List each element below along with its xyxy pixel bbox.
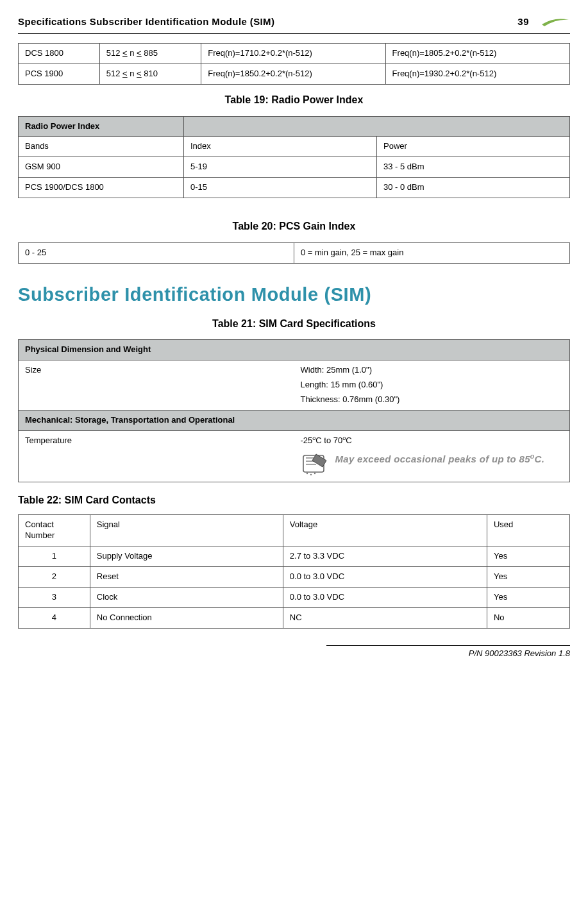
cell: 512 < n < 810 [99,63,201,84]
table-row: PCS 1900 512 < n < 810 Freq(n)=1850.2+0.… [19,63,570,84]
table22-caption: Table 22: SIM Card Contacts [18,494,570,507]
cell: Freq(n)=1710.2+0.2*(n-512) [201,44,385,64]
cell: Freq(n)=1850.2+0.2*(n-512) [201,63,385,84]
note-prefix: May exceed occasional peaks of up to 85 [335,453,530,464]
cell: DCS 1800 [19,44,100,64]
table-row: GSM 900 5-19 33 - 5 dBm [19,157,570,178]
cell: 0 = min gain, 25 = max gain [294,242,570,263]
empty-title-cell [184,116,570,137]
cell: 0-15 [184,178,377,198]
temp-mid: C to 70 [315,436,342,445]
page-number: 39 [517,15,529,28]
cell: 30 - 0 dBm [377,178,570,198]
col-header: Power [377,137,570,157]
note-suffix: C. [535,453,545,464]
table22-header-row: Contact Number Signal Voltage Used [19,515,570,546]
cell: Yes [487,567,569,588]
header-title: Specifications Subscriber Identification… [18,15,274,28]
cell: 4 [19,607,90,628]
size-line: Thickness: 0.76mm (0.30") [301,394,564,405]
cell: Yes [487,588,569,608]
note-icon [301,452,329,477]
size-line: Width: 25mm (1.0") [301,365,564,376]
cell: 512 < n < 885 [99,44,201,64]
table-row: Temperature -25oC to 70oC May exceed occ… [19,430,570,482]
size-value: Width: 25mm (1.0") Length: 15 mm (0.60")… [294,360,570,410]
size-line: Length: 15 mm (0.60") [301,380,564,391]
table19-header-row: Bands Index Power [19,137,570,157]
note-text: May exceed occasional peaks of up to 85o… [335,452,545,466]
cell: No [487,607,569,628]
table-row: 3 Clock 0.0 to 3.0 VDC Yes [19,588,570,608]
table-row: 4 No Connection NC No [19,607,570,628]
cell: PCS 1900/DCS 1800 [19,178,184,198]
page-header: Specifications Subscriber Identification… [18,15,570,34]
sim-heading: Subscriber Identification Module (SIM) [18,283,570,307]
temp-suffix: C [346,436,351,445]
size-label: Size [19,360,294,410]
temp-label: Temperature [19,430,294,482]
table22: Contact Number Signal Voltage Used 1 Sup… [18,514,570,628]
cell: Freq(n)=1930.2+0.2*(n-512) [385,63,569,84]
cell: 0.0 to 3.0 VDC [283,588,487,608]
cell: 0.0 to 3.0 VDC [283,567,487,588]
col-header: Used [487,515,569,546]
table20-caption: Table 20: PCS Gain Index [18,220,570,233]
table-title-row: Radio Power Index [19,116,570,137]
table21: Physical Dimension and Weight Size Width… [18,339,570,482]
header-right: 39 [517,15,570,28]
page-footer: P/N 90023363 Revision 1.8 [18,645,570,659]
table-row: 0 - 25 0 = min gain, 25 = max gain [19,242,570,263]
cell: No Connection [90,607,283,628]
table19: Radio Power Index Bands Index Power GSM … [18,116,570,199]
cell: NC [283,607,487,628]
col-header: Contact Number [19,515,90,546]
cell: Clock [90,588,283,608]
cell: Reset [90,567,283,588]
table-row: 2 Reset 0.0 to 3.0 VDC Yes [19,567,570,588]
cell: Supply Voltage [90,546,283,567]
temp-prefix: -25 [301,436,313,445]
cell: 2 [19,567,90,588]
cell: 2.7 to 3.3 VDC [283,546,487,567]
temp-value: -25oC to 70oC [301,436,564,446]
table19-caption: Table 19: Radio Power Index [18,94,570,107]
table21-section1: Physical Dimension and Weight [19,340,570,360]
table19-title: Radio Power Index [19,116,184,137]
footer-text: P/N 90023363 Revision 1.8 [326,645,570,659]
temperature-note: May exceed occasional peaks of up to 85o… [301,452,564,477]
temp-value-cell: -25oC to 70oC May exceed occasional peak… [294,430,570,482]
swoosh-logo-icon [541,15,570,28]
section-row: Physical Dimension and Weight [19,340,570,360]
cell: 5-19 [184,157,377,178]
cell: PCS 1900 [19,63,100,84]
cell: GSM 900 [19,157,184,178]
col-header: Signal [90,515,283,546]
cell: 0 - 25 [19,242,294,263]
col-header: Bands [19,137,184,157]
svg-point-3 [314,472,315,473]
cell: 3 [19,588,90,608]
cell: Freq(n)=1805.2+0.2*(n-512) [385,44,569,64]
table21-caption: Table 21: SIM Card Specifications [18,317,570,331]
svg-point-1 [306,472,307,473]
svg-point-2 [310,473,311,475]
table-row: 1 Supply Voltage 2.7 to 3.3 VDC Yes [19,546,570,567]
table20: 0 - 25 0 = min gain, 25 = max gain [18,242,570,264]
frequency-table: DCS 1800 512 < n < 885 Freq(n)=1710.2+0.… [18,43,570,85]
cell: 1 [19,546,90,567]
table-row: Size Width: 25mm (1.0") Length: 15 mm (0… [19,360,570,410]
table-row: DCS 1800 512 < n < 885 Freq(n)=1710.2+0.… [19,44,570,64]
table-row: PCS 1900/DCS 1800 0-15 30 - 0 dBm [19,178,570,198]
col-header: Index [184,137,377,157]
cell: Yes [487,546,569,567]
section-row: Mechanical: Storage, Transportation and … [19,410,570,430]
table21-section2: Mechanical: Storage, Transportation and … [19,410,570,430]
col-header: Voltage [283,515,487,546]
cell: 33 - 5 dBm [377,157,570,178]
